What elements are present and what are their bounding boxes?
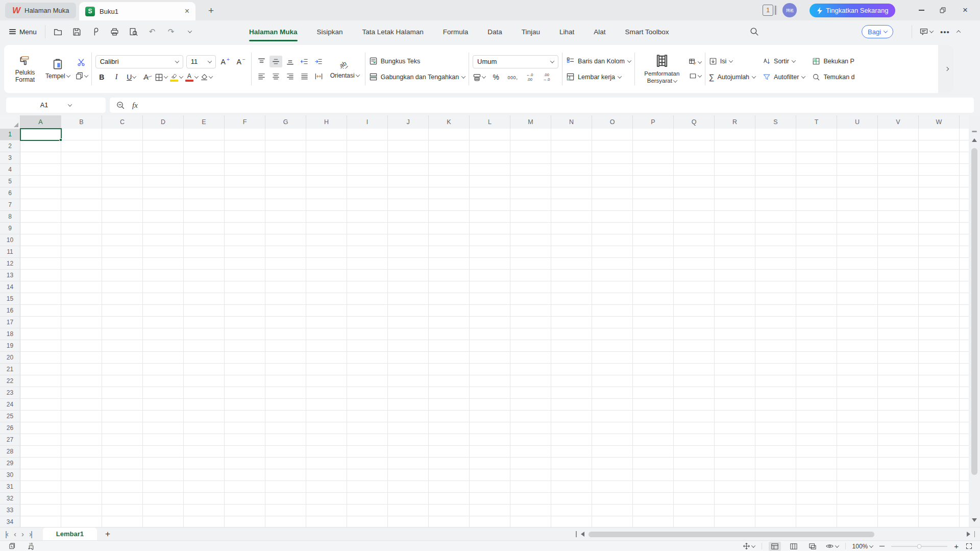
cell-N19[interactable]: [551, 340, 592, 352]
cell-H23[interactable]: [306, 387, 347, 399]
cell-I23[interactable]: [347, 387, 388, 399]
cell-K21[interactable]: [429, 364, 470, 375]
cell-T15[interactable]: [796, 293, 837, 305]
cell-A32[interactable]: [20, 493, 61, 505]
cell-J28[interactable]: [388, 446, 429, 458]
cell-T30[interactable]: [796, 469, 837, 481]
font-color-button[interactable]: A: [185, 71, 198, 83]
cell-B9[interactable]: [61, 223, 102, 234]
cell-I18[interactable]: [347, 328, 388, 340]
cell-P25[interactable]: [633, 411, 674, 422]
cell-C4[interactable]: [102, 164, 143, 176]
distributed-button[interactable]: [312, 70, 325, 82]
cell-partial-12[interactable]: [960, 258, 969, 270]
cell-O9[interactable]: [592, 223, 633, 234]
cell-J34[interactable]: [388, 516, 429, 527]
cell-O6[interactable]: [592, 187, 633, 199]
cell-A17[interactable]: [20, 317, 61, 328]
cell-S27[interactable]: [755, 434, 796, 446]
cell-N24[interactable]: [551, 399, 592, 411]
cell-A22[interactable]: [20, 375, 61, 387]
rows-columns-button[interactable]: Baris dan Kolom: [566, 55, 631, 67]
cell-R34[interactable]: [715, 516, 755, 527]
cell-style-button[interactable]: [689, 70, 701, 82]
cell-J27[interactable]: [388, 434, 429, 446]
cell-C5[interactable]: [102, 176, 143, 187]
cell-F30[interactable]: [225, 469, 265, 481]
column-header-E[interactable]: E: [184, 115, 225, 129]
cell-K1[interactable]: [429, 129, 470, 140]
cell-C8[interactable]: [102, 211, 143, 223]
cell-R7[interactable]: [715, 199, 755, 211]
currency-format-button[interactable]: [473, 71, 485, 83]
cell-C23[interactable]: [102, 387, 143, 399]
cell-G26[interactable]: [265, 422, 306, 434]
cell-A12[interactable]: [20, 258, 61, 270]
row-header-32[interactable]: 32: [0, 493, 20, 505]
cell-U24[interactable]: [837, 399, 878, 411]
cell-M11[interactable]: [510, 246, 551, 258]
cell-L10[interactable]: [470, 234, 510, 246]
cell-U19[interactable]: [837, 340, 878, 352]
cell-G28[interactable]: [265, 446, 306, 458]
cell-U5[interactable]: [837, 176, 878, 187]
cell-F25[interactable]: [225, 411, 265, 422]
cell-W6[interactable]: [919, 187, 960, 199]
cell-K31[interactable]: [429, 481, 470, 493]
column-header-D[interactable]: D: [143, 115, 184, 129]
cell-I10[interactable]: [347, 234, 388, 246]
cell-V2[interactable]: [878, 140, 919, 152]
comments-button[interactable]: [919, 27, 933, 36]
increase-indent-button[interactable]: [312, 56, 325, 67]
cell-G34[interactable]: [265, 516, 306, 527]
tab-lihat[interactable]: Lihat: [559, 20, 574, 43]
row-header-34[interactable]: 34: [0, 516, 20, 527]
cell-D31[interactable]: [143, 481, 184, 493]
column-header-F[interactable]: F: [225, 115, 265, 129]
cell-U33[interactable]: [837, 505, 878, 516]
cell-I30[interactable]: [347, 469, 388, 481]
cell-L19[interactable]: [470, 340, 510, 352]
cell-N30[interactable]: [551, 469, 592, 481]
cell-J23[interactable]: [388, 387, 429, 399]
cell-H28[interactable]: [306, 446, 347, 458]
cell-D28[interactable]: [143, 446, 184, 458]
cell-R2[interactable]: [715, 140, 755, 152]
row-header-30[interactable]: 30: [0, 469, 20, 481]
cell-G12[interactable]: [265, 258, 306, 270]
cell-L9[interactable]: [470, 223, 510, 234]
cell-T25[interactable]: [796, 411, 837, 422]
cell-H4[interactable]: [306, 164, 347, 176]
cell-B26[interactable]: [61, 422, 102, 434]
cell-T21[interactable]: [796, 364, 837, 375]
cell-K10[interactable]: [429, 234, 470, 246]
cell-P24[interactable]: [633, 399, 674, 411]
cell-M25[interactable]: [510, 411, 551, 422]
cell-G11[interactable]: [265, 246, 306, 258]
cell-O27[interactable]: [592, 434, 633, 446]
column-header-J[interactable]: J: [388, 115, 429, 129]
cell-P27[interactable]: [633, 434, 674, 446]
cell-T8[interactable]: [796, 211, 837, 223]
redo-button[interactable]: ↷: [164, 25, 178, 38]
cell-R11[interactable]: [715, 246, 755, 258]
cell-S3[interactable]: [755, 152, 796, 164]
cell-K20[interactable]: [429, 352, 470, 364]
cell-O21[interactable]: [592, 364, 633, 375]
cell-G21[interactable]: [265, 364, 306, 375]
cell-O26[interactable]: [592, 422, 633, 434]
cell-L2[interactable]: [470, 140, 510, 152]
close-document-icon[interactable]: ×: [185, 7, 189, 15]
cell-T32[interactable]: [796, 493, 837, 505]
underline-button[interactable]: U: [125, 71, 138, 83]
cell-G18[interactable]: [265, 328, 306, 340]
cell-I15[interactable]: [347, 293, 388, 305]
cell-W26[interactable]: [919, 422, 960, 434]
cell-K19[interactable]: [429, 340, 470, 352]
cell-C11[interactable]: [102, 246, 143, 258]
cell-J6[interactable]: [388, 187, 429, 199]
row-header-29[interactable]: 29: [0, 458, 20, 469]
cell-I7[interactable]: [347, 199, 388, 211]
cell-U11[interactable]: [837, 246, 878, 258]
cell-S31[interactable]: [755, 481, 796, 493]
